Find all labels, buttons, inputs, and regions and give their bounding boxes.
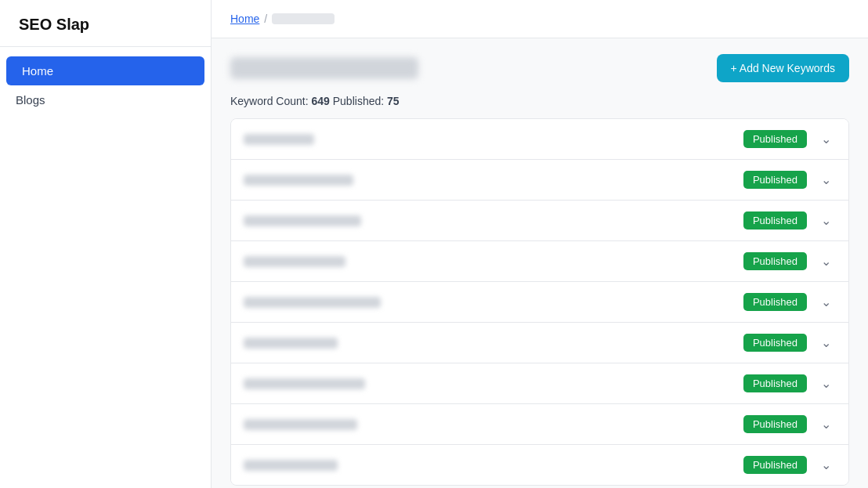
keyword-row-actions: Published⌄: [743, 415, 836, 433]
keyword-row-actions: Published⌄: [743, 456, 836, 474]
published-badge: Published: [743, 252, 807, 270]
keyword-text: [244, 460, 338, 471]
content-header: + Add New Keywords: [230, 54, 849, 82]
keyword-text: [244, 419, 357, 430]
keyword-row-actions: Published⌄: [743, 374, 836, 392]
breadcrumb-separator: /: [264, 13, 267, 25]
keyword-row-actions: Published⌄: [743, 171, 836, 189]
keyword-row-actions: Published⌄: [743, 334, 836, 352]
sidebar-item-home[interactable]: Home: [6, 56, 204, 85]
sidebar-item-home-label: Home: [22, 64, 53, 78]
expand-chevron-button[interactable]: ⌄: [816, 293, 836, 311]
published-badge: Published: [743, 456, 807, 474]
sidebar-item-blogs[interactable]: Blogs: [0, 85, 211, 114]
keyword-row: Published⌄: [231, 282, 848, 323]
expand-chevron-button[interactable]: ⌄: [816, 456, 836, 474]
keyword-count-label: Keyword Count:: [230, 95, 309, 107]
page-title: [230, 57, 418, 79]
published-badge: Published: [743, 130, 807, 148]
expand-chevron-button[interactable]: ⌄: [816, 334, 836, 352]
sidebar-item-blogs-label: Blogs: [16, 93, 45, 107]
keyword-row-actions: Published⌄: [743, 130, 836, 148]
breadcrumb: Home /: [230, 13, 335, 25]
keyword-count-value: 649: [312, 95, 330, 107]
keyword-text: [244, 297, 381, 308]
keyword-row-actions: Published⌄: [743, 211, 836, 230]
published-count-value: 75: [387, 95, 400, 107]
published-badge: Published: [743, 374, 807, 392]
topbar: Home /: [212, 0, 868, 38]
keyword-row: Published⌄: [231, 404, 848, 445]
published-badge: Published: [743, 334, 807, 352]
keyword-text: [244, 378, 365, 389]
keyword-row: Published⌄: [231, 160, 848, 201]
keyword-row-actions: Published⌄: [743, 293, 836, 311]
published-count-label: Published:: [333, 95, 384, 107]
breadcrumb-current: [272, 13, 335, 24]
stats-row: Keyword Count: 649 Published: 75: [230, 95, 849, 107]
keyword-row: Published⌄: [231, 363, 848, 404]
keyword-text: [244, 215, 361, 226]
expand-chevron-button[interactable]: ⌄: [816, 130, 836, 148]
main-content: Home / + Add New Keywords Keyword Count:…: [212, 0, 868, 488]
keyword-row: Published⌄: [231, 241, 848, 282]
keyword-row-actions: Published⌄: [743, 252, 836, 270]
sidebar: SEO Slap Home Blogs: [0, 0, 212, 488]
keyword-text: [244, 175, 353, 186]
expand-chevron-button[interactable]: ⌄: [816, 252, 836, 270]
sidebar-nav: Home Blogs: [0, 47, 211, 124]
keyword-row: Published⌄: [231, 201, 848, 241]
expand-chevron-button[interactable]: ⌄: [816, 211, 836, 230]
keyword-row: Published⌄: [231, 445, 848, 485]
keyword-text: [244, 134, 314, 145]
published-badge: Published: [743, 293, 807, 311]
published-badge: Published: [743, 211, 807, 230]
keyword-row: Published⌄: [231, 119, 848, 160]
expand-chevron-button[interactable]: ⌄: [816, 374, 836, 392]
content-area: + Add New Keywords Keyword Count: 649 Pu…: [212, 38, 868, 488]
published-badge: Published: [743, 415, 807, 433]
keyword-list: Published⌄Published⌄Published⌄Published⌄…: [230, 118, 849, 486]
expand-chevron-button[interactable]: ⌄: [816, 415, 836, 433]
keyword-text: [244, 338, 338, 349]
app-logo: SEO Slap: [0, 0, 211, 47]
add-keywords-button[interactable]: + Add New Keywords: [717, 54, 849, 82]
expand-chevron-button[interactable]: ⌄: [816, 171, 836, 189]
keyword-row: Published⌄: [231, 323, 848, 363]
published-badge: Published: [743, 171, 807, 189]
breadcrumb-home-link[interactable]: Home: [230, 13, 259, 25]
keyword-text: [244, 256, 345, 267]
